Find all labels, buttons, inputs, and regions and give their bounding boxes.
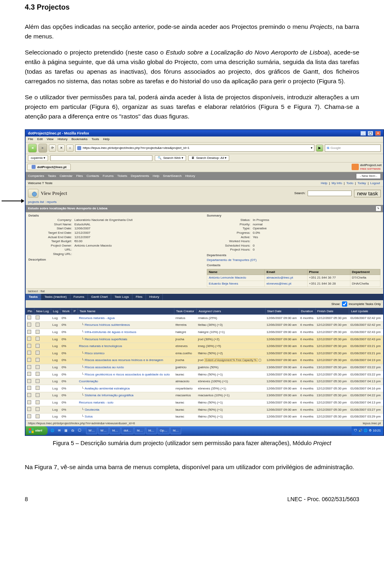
header-link[interactable]: Todo (346, 181, 353, 185)
contacts-cell[interactable]: António Lemonde Macedo (207, 275, 265, 281)
dp-menu-item[interactable]: Tickets (117, 174, 127, 178)
task-name-cell[interactable]: Coordenação (78, 378, 174, 385)
log-link[interactable]: Log (51, 385, 60, 392)
ql-icon[interactable]: ▦ (63, 427, 69, 434)
taskbar-app[interactable]: ht… (134, 427, 145, 434)
pin-cell[interactable] (26, 329, 34, 336)
incomplete-only-checkbox[interactable] (342, 301, 347, 307)
taskbar-app[interactable]: W… (86, 427, 97, 434)
task-name-cell[interactable]: └ Riscos associados ao ruído (78, 364, 174, 371)
new-item-drop[interactable]: - New Item - (356, 173, 381, 179)
close-button[interactable]: × (375, 131, 381, 136)
home-button[interactable]: ⌂ (66, 144, 74, 152)
newlog-cell[interactable] (34, 357, 51, 364)
task-name-cell[interactable]: └ Avaliação ambiental estratégica (78, 385, 174, 392)
contacts-cell[interactable]: almacedo@lnec.pt (265, 275, 307, 281)
log-link[interactable]: Log (51, 315, 60, 322)
log-link[interactable]: Log (51, 364, 60, 371)
taskbar-app[interactable]: dot… (121, 427, 134, 434)
header-link[interactable]: My Info (332, 181, 342, 185)
panel-tab[interactable]: History (146, 294, 163, 300)
task-th[interactable]: Last Update (349, 308, 383, 315)
newlog-cell[interactable] (34, 364, 51, 371)
pin-cell[interactable] (26, 336, 34, 343)
taskbar-app[interactable]: Op… (158, 427, 170, 434)
new-task-button[interactable]: new task (354, 190, 381, 197)
search-desktop-drop[interactable]: 🖥 Search Desktop: All ▾ (188, 155, 229, 161)
tray-icon[interactable]: 🌐 (364, 429, 368, 433)
newlog-cell[interactable] (34, 336, 51, 343)
newlog-cell[interactable] (34, 392, 51, 399)
taskbar-app[interactable]: ht… (170, 427, 181, 434)
tray-icon[interactable]: 🛡 (354, 429, 357, 433)
task-name-cell[interactable]: └ Geotecnia (78, 406, 174, 413)
ql-icon[interactable]: 🖵 (76, 427, 83, 434)
dp-menu-item[interactable]: Companies (28, 174, 44, 178)
project-search-input[interactable] (308, 191, 352, 196)
task-th[interactable]: Log (51, 308, 60, 315)
search-web-drop[interactable]: 🔍 Search Web ▾ (155, 155, 186, 161)
task-name-cell[interactable]: Riscos naturais e tecnológicos (78, 343, 174, 350)
ff-menu-item[interactable]: Tools (92, 137, 99, 141)
panel-tab[interactable]: Gantt Chart (88, 294, 111, 300)
task-name-cell[interactable]: └ Sistema de Informação geográfica (78, 392, 174, 399)
pin-cell[interactable] (26, 321, 34, 329)
department-link[interactable]: Departamento de Transportes (DT) (207, 258, 380, 262)
search-box[interactable]: G Google (325, 144, 381, 152)
panel-tab[interactable]: Forums (70, 294, 88, 300)
contacts-cell[interactable]: Eduardo Beja Neves (207, 281, 265, 287)
copernic-drop[interactable]: copernic ▾ (28, 155, 48, 161)
ff-menu-item[interactable]: Edit (37, 137, 43, 141)
ff-menu-item[interactable]: View (47, 137, 54, 141)
taskbar-app[interactable]: ht… (110, 427, 120, 434)
task-name-cell[interactable]: └ Risco sísmico (78, 350, 174, 357)
newlog-cell[interactable] (34, 350, 51, 357)
newlog-cell[interactable] (34, 413, 51, 420)
log-link[interactable]: Log (51, 336, 60, 343)
pin-cell[interactable] (26, 343, 34, 350)
ff-menu-item[interactable]: Help (103, 137, 109, 141)
log-link[interactable]: Log (51, 350, 60, 357)
task-name-cell[interactable]: └ Recursos hídricos subterrâneos (78, 321, 174, 329)
newlog-cell[interactable] (34, 385, 51, 392)
task-th[interactable]: Start Date (265, 308, 299, 315)
start-button[interactable]: start (26, 426, 48, 435)
dp-menu-item[interactable]: Files (76, 174, 83, 178)
task-th[interactable]: Finish Date (315, 308, 349, 315)
dp-menu-item[interactable]: Forums (103, 174, 114, 178)
pin-cell[interactable] (26, 364, 34, 371)
log-link[interactable]: Log (51, 399, 60, 406)
newlog-cell[interactable] (34, 343, 51, 350)
crumb-link[interactable]: projects list : reports (28, 200, 57, 204)
pin-cell[interactable] (26, 413, 34, 420)
dp-menu-item[interactable]: SmartSearch (163, 174, 182, 178)
pin-cell[interactable] (26, 350, 34, 357)
edit-project-icon[interactable]: ✎ (376, 206, 381, 211)
newlog-cell[interactable] (34, 371, 51, 378)
browser-tab[interactable]: dotProject@lnec.pt (27, 164, 71, 170)
log-link[interactable]: Log (51, 413, 60, 420)
newlog-cell[interactable] (34, 406, 51, 413)
newlog-cell[interactable] (34, 329, 51, 336)
ff-menu-item[interactable]: File (28, 137, 33, 141)
task-name-cell[interactable]: └ Riscos geotécnicos e riscos associados… (78, 371, 174, 378)
newlog-cell[interactable] (34, 378, 51, 385)
ff-menu-item[interactable]: Bookmarks (72, 137, 88, 141)
panel-tab[interactable]: Tasks (Inactive) (41, 294, 70, 300)
url-bar[interactable]: https://lepus.lnec.pt/dotproject/index.p… (75, 144, 314, 152)
dp-menu-item[interactable]: Contacts (86, 174, 99, 178)
log-link[interactable]: Log (51, 343, 60, 350)
panel-tab[interactable]: Tasks (26, 294, 41, 300)
forward-button[interactable]: ► (38, 144, 47, 153)
tray-icon[interactable]: 🔊 (358, 429, 362, 433)
stop-button[interactable]: ✕ (58, 144, 65, 152)
log-link[interactable]: Log (51, 406, 60, 413)
task-th[interactable]: Assigned Users (197, 308, 265, 315)
ql-icon[interactable]: 🌐 (49, 427, 56, 434)
log-link[interactable]: Log (51, 371, 60, 378)
log-link[interactable]: Log (51, 329, 60, 336)
log-link[interactable]: Log (51, 321, 60, 329)
header-link[interactable]: Help (321, 181, 327, 185)
task-name-cell[interactable]: └ Recursos hídricos superficiais (78, 336, 174, 343)
newlog-cell[interactable] (34, 399, 51, 406)
